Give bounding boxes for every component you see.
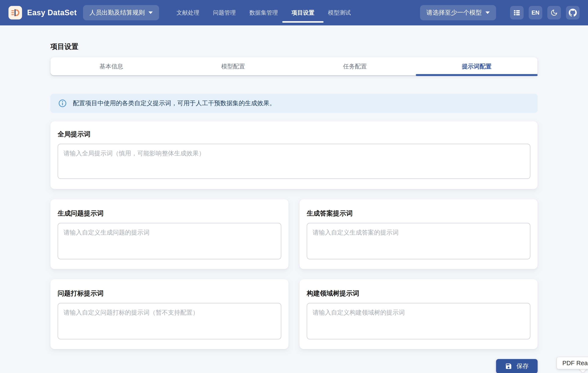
header-actions: 请选择至少一个模型 EN: [420, 5, 579, 20]
model-selector-dropdown[interactable]: 请选择至少一个模型: [420, 5, 496, 20]
caret-down-icon: [148, 11, 153, 14]
global-prompt-title: 全局提示词: [58, 130, 530, 139]
pdf-reader-tooltip[interactable]: PDF Read: [557, 357, 588, 369]
global-prompt-card: 全局提示词: [50, 121, 538, 189]
answer-prompt-card: 生成答案提示词: [300, 199, 538, 269]
page-title: 项目设置: [50, 42, 538, 52]
label-prompt-title: 问题打标提示词: [58, 289, 281, 298]
nav-item-dataset-management[interactable]: 数据集管理: [249, 0, 278, 25]
task-list-button[interactable]: [510, 6, 524, 20]
task-list-icon: [513, 9, 520, 16]
domain-tree-prompt-input[interactable]: [307, 303, 530, 339]
info-circle-icon: [58, 99, 67, 108]
app-logo[interactable]: [9, 6, 22, 20]
question-prompt-title: 生成问题提示词: [58, 209, 281, 218]
dark-mode-button[interactable]: [547, 6, 561, 20]
answer-prompt-title: 生成答案提示词: [307, 209, 530, 218]
main-nav: 文献处理 问题管理 数据集管理 项目设置 模型测试: [177, 0, 351, 25]
nav-item-text-processing[interactable]: 文献处理: [177, 0, 199, 25]
question-prompt-input[interactable]: [58, 223, 281, 259]
save-row: 保存: [50, 359, 538, 373]
domain-tree-prompt-card: 构建领域树提示词: [300, 279, 538, 349]
caret-down-icon: [485, 11, 490, 14]
label-prompt-card: 问题打标提示词: [50, 279, 288, 349]
label-prompt-input[interactable]: [58, 303, 281, 339]
info-alert-text: 配置项目中使用的各类自定义提示词，可用于人工干预数据集的生成效果。: [73, 99, 276, 108]
answer-prompt-input[interactable]: [307, 223, 530, 259]
prompt-cards-row-2: 问题打标提示词 构建领域树提示词: [50, 279, 538, 349]
app-logo-icon: [10, 8, 20, 18]
prompt-cards-row-1: 生成问题提示词 生成答案提示词: [50, 199, 538, 269]
save-button[interactable]: 保存: [496, 359, 538, 373]
nav-item-project-settings[interactable]: 项目设置: [292, 0, 314, 25]
save-button-label: 保存: [516, 362, 529, 371]
domain-tree-prompt-title: 构建领域树提示词: [307, 289, 530, 298]
tab-model-config[interactable]: 模型配置: [172, 57, 294, 75]
project-settings-page: 项目设置 基本信息 模型配置 任务配置 提示词配置 配置项目中使用的各类自定义提…: [50, 42, 538, 373]
nav-item-question-management[interactable]: 问题管理: [213, 0, 236, 25]
info-alert: 配置项目中使用的各类自定义提示词，可用于人工干预数据集的生成效果。: [50, 94, 538, 113]
github-icon: [569, 9, 577, 17]
tab-basic-info[interactable]: 基本信息: [50, 57, 172, 75]
active-tab-indicator: [416, 74, 538, 76]
pdf-reader-tooltip-label: PDF Read: [562, 360, 588, 367]
brand-title: Easy DataSet: [27, 8, 77, 17]
floppy-disk-icon: [505, 363, 512, 370]
project-selector-label: 人员出勤及结算规则: [89, 9, 145, 17]
moon-icon: [550, 9, 558, 16]
github-button[interactable]: [566, 6, 579, 20]
global-prompt-input[interactable]: [58, 144, 530, 179]
top-navbar: Easy DataSet 人员出勤及结算规则 文献处理 问题管理 数据集管理 项…: [0, 0, 588, 25]
tab-task-config[interactable]: 任务配置: [294, 57, 416, 75]
language-label: EN: [531, 10, 539, 16]
question-prompt-card: 生成问题提示词: [50, 199, 288, 269]
settings-tabs: 基本信息 模型配置 任务配置 提示词配置: [50, 57, 538, 75]
project-selector-dropdown[interactable]: 人员出勤及结算规则: [83, 5, 159, 20]
model-selector-label: 请选择至少一个模型: [426, 9, 482, 17]
language-toggle-button[interactable]: EN: [529, 6, 542, 20]
nav-item-model-test[interactable]: 模型测试: [328, 0, 351, 25]
tab-prompt-config[interactable]: 提示词配置: [416, 57, 538, 75]
